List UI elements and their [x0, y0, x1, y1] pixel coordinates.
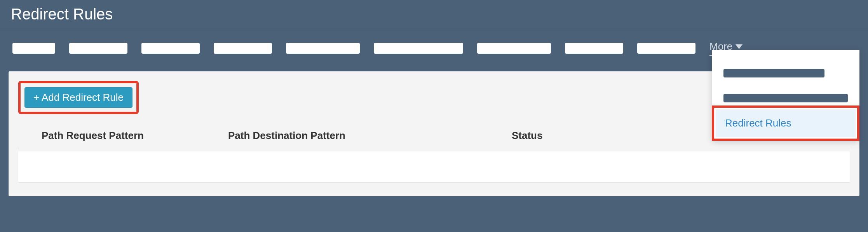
- tab-placeholder[interactable]: [477, 43, 551, 54]
- tab-placeholder[interactable]: [12, 43, 55, 54]
- dropdown-item-redirect-rules[interactable]: Redirect Rules: [712, 111, 859, 135]
- column-status: Status: [512, 130, 628, 142]
- tab-placeholder[interactable]: [214, 43, 272, 54]
- tabbar: More Redirect Rules: [0, 31, 868, 60]
- dropdown-item-placeholder: [723, 94, 848, 102]
- dropdown-item-label: Redirect Rules: [716, 109, 856, 137]
- table-row[interactable]: [18, 151, 850, 183]
- page-title: Redirect Rules: [0, 0, 868, 31]
- tab-placeholder[interactable]: [141, 43, 200, 54]
- tab-placeholder[interactable]: [374, 43, 463, 54]
- tab-placeholder[interactable]: [637, 43, 695, 54]
- more-dropdown: Redirect Rules: [712, 50, 859, 140]
- chevron-down-icon: [736, 44, 743, 49]
- tab-placeholder[interactable]: [69, 43, 127, 54]
- highlight-box: + Add Redirect Rule: [18, 81, 139, 114]
- column-path-request: Path Request Pattern: [42, 130, 228, 142]
- column-path-destination: Path Destination Pattern: [228, 130, 512, 142]
- highlight-box: Redirect Rules: [712, 105, 859, 141]
- tab-placeholder[interactable]: [565, 43, 623, 54]
- tab-placeholder[interactable]: [286, 43, 360, 54]
- add-redirect-rule-button[interactable]: + Add Redirect Rule: [24, 87, 132, 108]
- dropdown-item-placeholder: [723, 69, 824, 77]
- dropdown-item[interactable]: [712, 61, 859, 86]
